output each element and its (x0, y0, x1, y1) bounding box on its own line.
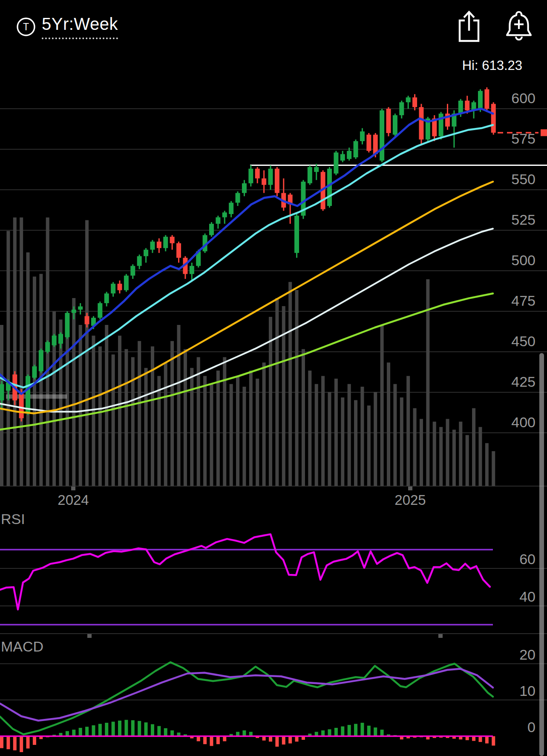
candle-down (157, 242, 161, 248)
volume-bar (177, 325, 181, 486)
candle-up (380, 110, 384, 161)
macd-histogram-up (144, 722, 148, 736)
candle-up (104, 293, 109, 303)
volume-bar (328, 392, 331, 487)
macd-histogram-down (33, 736, 36, 745)
candle-up (248, 169, 253, 183)
chart-canvas[interactable]: 600575550525500475450425400604020100 (0, 0, 547, 756)
volume-bar (302, 349, 305, 486)
macd-histogram-down (282, 736, 285, 745)
volume-bar (223, 357, 226, 486)
candle-up (124, 275, 129, 290)
candle-up (52, 336, 57, 345)
candle-up (144, 250, 148, 256)
volume-bar (387, 362, 390, 486)
volume-bar (295, 290, 299, 486)
macd-histogram-up (321, 730, 325, 736)
volume-bar (170, 341, 174, 486)
volume-bar (334, 379, 338, 486)
volume-bar (492, 451, 495, 486)
alert-add-icon[interactable] (505, 9, 533, 44)
volume-bar (472, 408, 475, 486)
share-icon[interactable] (457, 9, 481, 43)
volume-bar (98, 346, 102, 486)
volume-bar (190, 368, 193, 486)
volume-bar (72, 298, 75, 486)
macd-histogram-down (216, 736, 220, 744)
candle-up (268, 169, 273, 185)
candle-up (340, 154, 345, 160)
candle-up (229, 203, 233, 214)
volume-bar (321, 376, 325, 486)
candle-up (163, 237, 168, 248)
volume-bar (341, 397, 344, 486)
candle-up (222, 212, 227, 217)
volume-bar (216, 371, 220, 486)
last-price-tag (541, 129, 547, 136)
candle-up (45, 342, 50, 352)
macd-axis-label: 20 (519, 646, 535, 663)
candle-down (262, 178, 266, 185)
volume-bar (6, 231, 10, 487)
rsi-axis-label: 40 (519, 588, 535, 605)
volume-bar (439, 427, 443, 486)
volume-bar (203, 376, 207, 486)
candle-up (137, 256, 142, 266)
x-axis-tick (408, 487, 412, 490)
macd-axis-label: 0 (527, 719, 535, 735)
volume-bar (354, 400, 357, 486)
volume-bar (197, 357, 200, 486)
volume-bar (131, 357, 135, 486)
ticker-letter: T (23, 21, 29, 32)
volume-bar (118, 336, 121, 486)
candle-up (393, 115, 397, 135)
candle-down (176, 243, 181, 258)
macd-histogram-down (223, 736, 226, 742)
volume-bar (478, 427, 482, 486)
volume-bar (459, 422, 462, 486)
macd-histogram-up (118, 721, 121, 736)
volume-bar (393, 384, 397, 486)
candle-up (294, 216, 299, 253)
macd-histogram-up (131, 720, 135, 736)
candle-up (32, 366, 37, 378)
volume-bar (164, 362, 167, 486)
macd-histogram-down (275, 736, 279, 747)
x-axis-year-2024: 2024 (58, 492, 89, 508)
macd-histogram-down (26, 736, 30, 749)
candle-up (406, 97, 411, 102)
candle-down (386, 109, 391, 133)
macd-histogram-down (0, 736, 3, 748)
volume-bar (230, 384, 233, 486)
volume-bar (308, 371, 311, 486)
volume-bar (288, 282, 292, 486)
candle-down (484, 89, 489, 109)
volume-bar (380, 325, 384, 486)
volume-bar (249, 371, 253, 486)
candle-down (366, 135, 371, 151)
volume-bar (144, 368, 148, 486)
volume-bar (138, 341, 141, 486)
volume-bar (452, 430, 456, 486)
volume-bar (420, 419, 423, 487)
macd-histogram-up (242, 730, 246, 736)
macd-panel-label: MACD (1, 638, 43, 655)
macd-histogram-down (269, 736, 272, 742)
macd-histogram-up (72, 730, 75, 736)
x-axis-tick (438, 634, 443, 638)
timeframe-selector[interactable]: T 5Yr:Week (16, 14, 118, 39)
macd-histogram-down (295, 736, 299, 742)
rsi-line (0, 534, 490, 610)
price-axis-label: 525 (511, 211, 535, 228)
scrollbar[interactable] (539, 353, 544, 756)
ticker-circle-icon: T (16, 17, 36, 37)
candle-down (170, 237, 175, 243)
macd-histogram-up (66, 731, 69, 736)
volume-bar (485, 443, 489, 486)
price-axis-label: 425 (511, 374, 535, 390)
trading-chart-screen: 600575550525500475450425400604020100 T 5… (0, 0, 547, 756)
candle-up (360, 131, 365, 141)
volume-bar (406, 376, 410, 486)
macd-histogram-up (380, 730, 384, 736)
macd-histogram-up (341, 727, 344, 736)
